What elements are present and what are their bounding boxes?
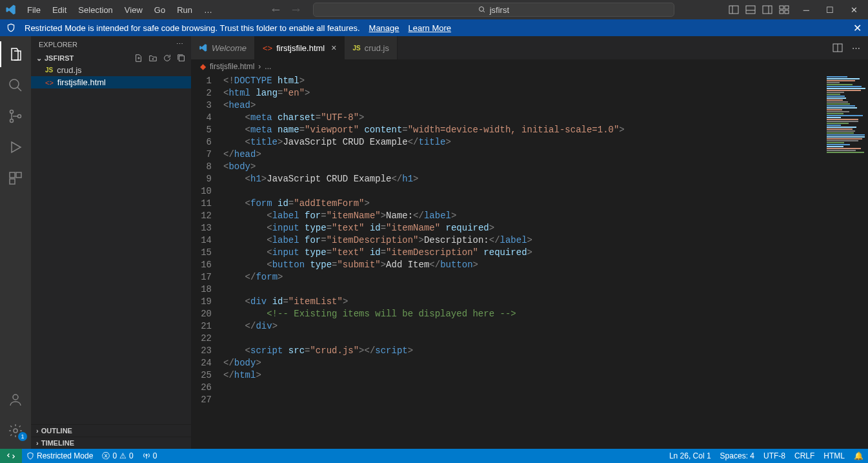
status-bar: Restricted Mode ⓧ0 ⚠0 0 Ln 26, Col 1 Spa…: [0, 449, 868, 463]
code-line-13: <input type="text" id="itemName" require…: [223, 222, 797, 234]
chevron-down-icon[interactable]: ⌄: [36, 54, 42, 63]
banner-manage-link[interactable]: Manage: [369, 23, 399, 33]
file-label: firstjsfile.html: [57, 77, 106, 87]
manage-badge: 1: [18, 432, 27, 441]
svg-line-13: [17, 87, 21, 91]
outline-section[interactable]: ›OUTLINE: [31, 424, 191, 437]
tab-crud.js[interactable]: JScrud.js: [345, 36, 398, 59]
html-icon: ◆: [200, 62, 206, 71]
encoding-label: UTF-8: [763, 451, 785, 460]
svg-point-0: [479, 7, 483, 12]
refresh-icon[interactable]: [163, 54, 172, 63]
antenna-icon: [143, 452, 150, 460]
menu-view[interactable]: View: [119, 3, 148, 17]
search-text: jsfirst: [490, 5, 509, 15]
file-item-crud.js[interactable]: JScrud.js: [31, 64, 191, 76]
close-icon[interactable]: ✕: [851, 5, 858, 15]
split-editor-icon[interactable]: [833, 43, 843, 53]
status-spaces[interactable]: Spaces: 4: [716, 451, 759, 460]
tab-firstjsfile.html[interactable]: <>firstjsfile.html×: [255, 36, 345, 59]
status-feedback[interactable]: 🔔: [849, 451, 868, 460]
activity-search[interactable]: [0, 72, 31, 98]
code-line-10: [223, 185, 797, 198]
explorer-sidebar: EXPLORER ⋯ ⌄ JSFIRST JScrud.js<>firstjsf…: [31, 36, 191, 449]
status-restricted-mode[interactable]: Restricted Mode: [22, 451, 97, 460]
menu-edit[interactable]: Edit: [47, 3, 72, 17]
code-line-24: </body>: [223, 357, 797, 369]
ports-count: 0: [153, 451, 157, 460]
html-icon: <>: [263, 43, 272, 53]
svg-rect-4: [746, 6, 755, 14]
code-line-15: <input type="text" id="itemDescription" …: [223, 247, 797, 259]
code-line-3: <head>: [223, 99, 797, 112]
code-body[interactable]: <!DOCTYPE html><html lang="en"><head> <m…: [223, 74, 797, 449]
explorer-title: EXPLORER: [39, 41, 77, 48]
timeline-section[interactable]: ›TIMELINE: [31, 437, 191, 449]
code-line-2: <html lang="en">: [223, 87, 797, 99]
editor-more-icon[interactable]: ⋯: [852, 43, 860, 53]
bell-icon: 🔔: [854, 451, 863, 460]
code-editor[interactable]: 1234567891011121314151617181920212223242…: [191, 74, 868, 449]
chevron-right-icon: ›: [36, 427, 39, 435]
code-line-14: <label for="itemDescription">Description…: [223, 234, 797, 247]
svg-point-26: [146, 454, 147, 455]
code-line-19: <div id="itemList">: [223, 296, 797, 308]
status-problems[interactable]: ⓧ0 ⚠0: [97, 451, 137, 462]
code-line-1: <!DOCTYPE html>: [223, 75, 797, 87]
editor-tabs: Welcome<>firstjsfile.html×JScrud.js⋯: [191, 36, 868, 59]
main-menu: FileEditSelectionViewGoRun…: [22, 3, 217, 17]
banner-close-icon[interactable]: ✕: [853, 22, 862, 34]
minimap[interactable]: [797, 74, 868, 449]
menu-…[interactable]: …: [199, 3, 217, 17]
new-file-icon[interactable]: [134, 54, 143, 63]
activity-extensions[interactable]: [0, 165, 31, 191]
tab-close-icon[interactable]: ×: [331, 43, 336, 53]
maximize-icon[interactable]: ☐: [826, 5, 834, 15]
nav-back-icon[interactable]: 🡐: [272, 5, 280, 15]
project-name: JSFIRST: [45, 54, 74, 62]
editor-area: Welcome<>firstjsfile.html×JScrud.js⋯ ◆ f…: [191, 36, 868, 449]
new-folder-icon[interactable]: [148, 54, 157, 63]
activity-run-debug[interactable]: [0, 134, 31, 160]
file-label: crud.js: [57, 65, 81, 75]
status-language[interactable]: HTML: [819, 451, 849, 460]
activity-manage[interactable]: 1: [0, 418, 31, 444]
breadcrumb-file: firstjsfile.html: [210, 62, 254, 71]
breadcrumb[interactable]: ◆ firstjsfile.html › ...: [191, 59, 868, 74]
menu-file[interactable]: File: [22, 3, 46, 17]
minimize-icon[interactable]: ─: [803, 5, 809, 15]
explorer-more-icon[interactable]: ⋯: [176, 40, 183, 48]
status-position[interactable]: Ln 26, Col 1: [665, 451, 716, 460]
banner-message: Restricted Mode is intended for safe cod…: [25, 23, 360, 33]
activity-accounts[interactable]: [0, 387, 31, 413]
banner-learn-link[interactable]: Learn More: [409, 23, 451, 33]
menu-selection[interactable]: Selection: [73, 3, 117, 17]
js-file-icon: JS: [45, 67, 53, 74]
code-line-22: [223, 333, 797, 345]
svg-point-16: [18, 115, 21, 118]
tab-label: crud.js: [365, 43, 389, 53]
line-gutter: 1234567891011121314151617181920212223242…: [191, 74, 223, 449]
restricted-banner: Restricted Mode is intended for safe cod…: [0, 19, 868, 36]
remote-button[interactable]: [0, 449, 22, 463]
search-icon: [478, 6, 486, 14]
menu-go[interactable]: Go: [149, 3, 170, 17]
file-item-firstjsfile.html[interactable]: <>firstjsfile.html: [31, 76, 191, 88]
spaces-label: Spaces: 4: [720, 451, 754, 460]
svg-rect-19: [16, 172, 21, 178]
code-line-11: <form id="addItemForm">: [223, 198, 797, 210]
breadcrumb-dots: ...: [265, 62, 271, 71]
layout-controls[interactable]: [729, 5, 789, 15]
menu-run[interactable]: Run: [172, 3, 197, 17]
status-eol[interactable]: CRLF: [790, 451, 819, 460]
command-center[interactable]: jsfirst: [313, 3, 674, 17]
status-ports[interactable]: 0: [138, 451, 162, 460]
status-encoding[interactable]: UTF-8: [759, 451, 790, 460]
tab-welcome[interactable]: Welcome: [191, 36, 255, 59]
code-line-5: <meta name="viewport" content="width=dev…: [223, 124, 797, 136]
code-line-26: [223, 382, 797, 394]
activity-explorer[interactable]: [0, 41, 31, 67]
nav-forward-icon[interactable]: 🡒: [292, 5, 300, 15]
collapse-all-icon[interactable]: [177, 54, 186, 63]
activity-source-control[interactable]: [0, 103, 31, 129]
